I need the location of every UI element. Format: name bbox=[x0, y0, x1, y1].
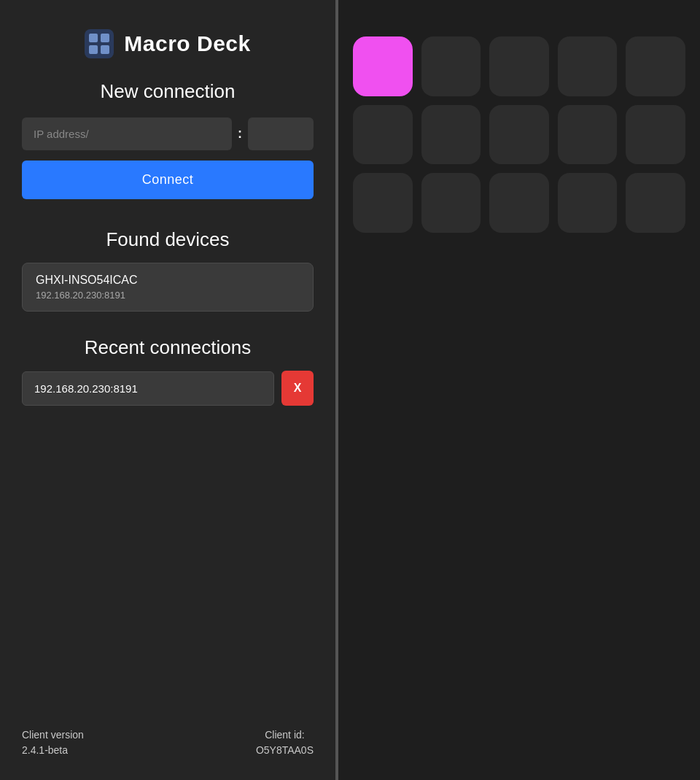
grid-button-5[interactable] bbox=[353, 105, 413, 165]
bottom-info: Client version 2.4.1-beta Client id: O5Y… bbox=[22, 727, 314, 758]
grid-button-8[interactable] bbox=[558, 105, 618, 165]
client-id-label: Client id: bbox=[265, 729, 304, 741]
grid-button-2[interactable] bbox=[489, 36, 549, 96]
found-devices-title: Found devices bbox=[22, 228, 314, 251]
version-value: 2.4.1-beta bbox=[22, 744, 68, 756]
grid-button-13[interactable] bbox=[558, 173, 618, 233]
new-connection-title: New connection bbox=[101, 80, 236, 103]
device-name: GHXI-INSO54ICAC bbox=[36, 274, 300, 287]
client-id-info: Client id: O5Y8TAA0S bbox=[256, 727, 314, 758]
port-input[interactable]: 8191 bbox=[248, 117, 314, 150]
logo-cell-3 bbox=[89, 45, 98, 54]
left-panel: Macro Deck New connection : 8191 Connect… bbox=[0, 0, 335, 780]
logo-cell-1 bbox=[89, 34, 98, 42]
grid-button-4[interactable] bbox=[626, 36, 685, 96]
connect-button[interactable]: Connect bbox=[22, 161, 314, 199]
logo-cell-4 bbox=[101, 45, 109, 54]
recent-connection-item: 192.168.20.230:8191 X bbox=[22, 371, 314, 406]
app-title: Macro Deck bbox=[124, 31, 250, 56]
logo-cell-2 bbox=[101, 34, 109, 42]
right-panel bbox=[338, 0, 700, 780]
grid-button-7[interactable] bbox=[489, 105, 549, 165]
grid-button-12[interactable] bbox=[489, 173, 549, 233]
device-ip: 192.168.20.230:8191 bbox=[36, 290, 300, 301]
logo-area: Macro Deck bbox=[85, 29, 250, 58]
version-label: Client version bbox=[22, 729, 84, 741]
found-devices-section: Found devices GHXI-INSO54ICAC 192.168.20… bbox=[22, 228, 314, 312]
version-info: Client version 2.4.1-beta bbox=[22, 727, 84, 758]
grid-button-9[interactable] bbox=[626, 105, 685, 165]
connection-form: : 8191 Connect bbox=[22, 117, 314, 199]
recent-ip-display: 192.168.20.230:8191 bbox=[22, 371, 274, 406]
button-grid bbox=[353, 36, 685, 233]
ip-address-input[interactable] bbox=[22, 117, 232, 150]
client-id-value: O5Y8TAA0S bbox=[256, 744, 314, 756]
input-row: : 8191 bbox=[22, 117, 314, 150]
device-card[interactable]: GHXI-INSO54ICAC 192.168.20.230:8191 bbox=[22, 263, 314, 312]
recent-connections-title: Recent connections bbox=[22, 336, 314, 359]
grid-button-6[interactable] bbox=[421, 105, 481, 165]
recent-connections-section: Recent connections 192.168.20.230:8191 X bbox=[22, 336, 314, 406]
grid-button-1[interactable] bbox=[421, 36, 481, 96]
grid-button-14[interactable] bbox=[626, 173, 685, 233]
grid-button-11[interactable] bbox=[421, 173, 481, 233]
delete-recent-button[interactable]: X bbox=[281, 371, 314, 406]
grid-button-3[interactable] bbox=[558, 36, 618, 96]
grid-button-0[interactable] bbox=[353, 36, 413, 96]
app-logo-icon bbox=[85, 29, 114, 58]
grid-button-10[interactable] bbox=[353, 173, 413, 233]
colon-separator: : bbox=[238, 126, 242, 142]
